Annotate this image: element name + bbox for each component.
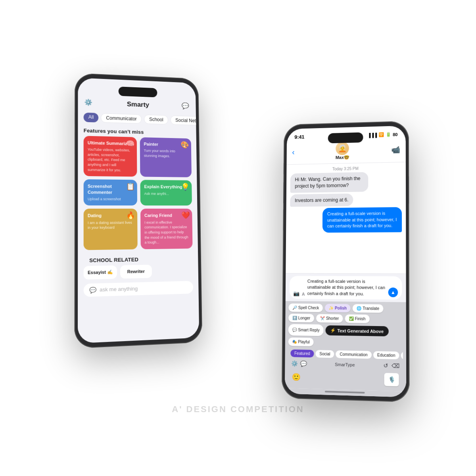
settings-icon[interactable]: ⚙️	[84, 98, 93, 107]
front-volume-up[interactable]	[282, 163, 284, 175]
smarty-app-screen: ⚙️ Smarty 💬 All Communicator School Soci…	[78, 78, 199, 343]
ai-input-icon[interactable]: A	[302, 292, 305, 296]
feature-card-screenshot[interactable]: 📋 Screenshot Commenter Upload a screensh…	[84, 179, 137, 205]
screenshot-desc: Upload a screenshot	[88, 196, 133, 202]
smarttype-chat-icon[interactable]: 💬	[300, 361, 307, 367]
status-time: 9:41	[294, 134, 304, 140]
front-power[interactable]	[409, 176, 409, 204]
screenshot-emoji: 📋	[126, 182, 135, 191]
school-card-essayist[interactable]: Essayist ✍️	[84, 265, 117, 280]
smarttype-left: ⚙️ 💬	[291, 360, 307, 367]
translate-chip[interactable]: 🌐 Translate	[353, 304, 383, 313]
sent-bubble-1: Creating a full-scale version is unattai…	[322, 207, 402, 232]
school-section: SCHOOL RELATED Essayist ✍️ Rewriter	[78, 248, 198, 280]
ask-icon: 💬	[89, 286, 96, 293]
shorter-label: Shorter	[326, 316, 339, 321]
volume-down-button[interactable]	[75, 132, 75, 154]
painter-emoji: 🎨	[180, 140, 189, 149]
feature-card-explain[interactable]: 💡 Explain Everything Ask me anythi...	[140, 180, 192, 206]
battery-icon: 🔋	[386, 132, 391, 137]
message-input-row: 📷 A Creating a full-scale version is una…	[289, 276, 402, 299]
camera-input-icon[interactable]: 📷	[293, 290, 299, 296]
smarttype-label: SmarType	[335, 362, 355, 367]
spell-check-chip[interactable]: 🔎 Spell Check	[288, 303, 323, 312]
feature-card-painter[interactable]: 🎨 Painter Turn your words into stunning …	[140, 137, 192, 177]
smarttype-right: ↺ ⌫	[384, 362, 400, 369]
longer-label: Longer	[298, 316, 311, 320]
dating-desc: I am a dating assistant lives in your ke…	[88, 220, 134, 230]
ask-bar[interactable]: 💬 ask me anything	[84, 281, 193, 297]
filter-school[interactable]: School	[144, 115, 168, 125]
keyboard-icon-1[interactable]: 🎙️	[384, 373, 399, 386]
dynamic-island-front	[328, 132, 363, 144]
message-item: Hi Mr. Wang. Can you finish the project …	[290, 171, 402, 193]
polish-chip[interactable]: ✨ Polish	[325, 304, 351, 313]
school-grid: Essayist ✍️ Rewriter	[84, 264, 193, 280]
contact-info: 🧑‍🦳 Max🤓	[336, 142, 349, 160]
feature-card-summarizer[interactable]: 🧠 Ultimate Summarizer YouTube videos, we…	[84, 136, 137, 177]
finish-chip[interactable]: ✅ Finish	[345, 315, 369, 323]
smart-reply-chip[interactable]: 💬 Smart Reply	[288, 324, 324, 336]
front-silent[interactable]	[282, 209, 284, 230]
polish-label: Polish	[335, 306, 347, 310]
explain-emoji: 💡	[181, 183, 189, 192]
filter-social[interactable]: Social Network	[171, 115, 196, 126]
send-button[interactable]: ▲	[388, 288, 398, 298]
undo-icon[interactable]: ↺	[384, 362, 388, 369]
tooltip-text: Text Generated Above	[337, 328, 384, 334]
shorter-chip[interactable]: ✂️ Shorter	[316, 314, 343, 323]
message-item: Creating a full-scale version is unattai…	[290, 207, 402, 232]
message-input-field[interactable]: Creating a full-scale version is unattai…	[307, 278, 386, 297]
painter-desc: Turn your words into stunning images.	[144, 148, 188, 159]
delete-icon[interactable]: ⌫	[392, 363, 400, 369]
chat-icon[interactable]: 💬	[182, 102, 190, 111]
rewriter-title: Rewriter	[124, 269, 148, 274]
kb-tab-education[interactable]: Education	[373, 351, 399, 359]
messages-app: 9:41 ▐▐▐ 🛜 🔋 80 ‹ 🧑‍🦳 Max🤓 📹	[285, 126, 406, 397]
phone-back: ⚙️ Smarty 💬 All Communicator School Soci…	[75, 73, 203, 349]
wifi-icon: 🛜	[378, 132, 384, 137]
power-button[interactable]	[199, 132, 201, 158]
message-input-area: 📷 A Creating a full-scale version is una…	[286, 273, 406, 302]
scene: ⚙️ Smarty 💬 All Communicator School Soci…	[60, 50, 416, 426]
kb-tab-communication[interactable]: Communication	[336, 350, 371, 359]
summarizer-desc: YouTube videos, websites, articles, scre…	[88, 147, 133, 173]
ask-bar-placeholder: ask me anything	[100, 286, 138, 293]
watermark: A' DESIGN COMPETITION	[172, 404, 304, 415]
summarizer-emoji: 🧠	[126, 139, 134, 148]
contact-avatar[interactable]: 🧑‍🦳	[336, 142, 349, 155]
kb-tab-social[interactable]: Social	[315, 350, 334, 358]
translate-label: Translate	[363, 306, 379, 311]
filter-all[interactable]: All	[84, 113, 99, 123]
front-phone-screen: 9:41 ▐▐▐ 🛜 🔋 80 ‹ 🧑‍🦳 Max🤓 📹	[285, 126, 406, 397]
school-card-rewriter[interactable]: Rewriter	[120, 265, 152, 278]
finish-label: Finish	[355, 317, 366, 321]
playful-label: Playful	[298, 340, 310, 344]
action-row-1: 🔎 Spell Check ✨ Polish 🌐 Translate	[288, 303, 403, 313]
back-button[interactable]: ‹	[292, 148, 295, 156]
kb-tab-more[interactable]: Wo...	[401, 351, 403, 360]
feature-card-dating[interactable]: 🔥 Dating I am a dating assistant lives i…	[84, 209, 138, 250]
filter-communicator[interactable]: Communicator	[101, 113, 142, 124]
emoji-button[interactable]: 🙂	[292, 372, 301, 382]
essayist-title: Essayist ✍️	[88, 269, 113, 275]
front-volume-down[interactable]	[282, 182, 284, 203]
received-bubble-1: Hi Mr. Wang. Can you finish the project …	[290, 172, 369, 193]
phone-front: 9:41 ▐▐▐ 🛜 🔋 80 ‹ 🧑‍🦳 Max🤓 📹	[282, 121, 410, 403]
keyboard-actions: 🔎 Spell Check ✨ Polish 🌐 Translate ⬆️ Lo…	[285, 301, 406, 392]
text-generated-tooltip: ⚡ Text Generated Above	[326, 325, 389, 336]
smart-reply-label: Smart Reply	[298, 328, 319, 332]
video-call-button[interactable]: 📹	[391, 145, 400, 154]
dating-emoji: 🔥	[126, 211, 135, 220]
smarttype-gear-icon[interactable]: ⚙️	[291, 360, 298, 367]
battery-level: 80	[393, 132, 397, 137]
home-indicator	[325, 391, 365, 393]
volume-up-button[interactable]	[75, 112, 75, 124]
message-list: Today 3:25 PM Hi Mr. Wang. Can you finis…	[286, 162, 406, 273]
playful-chip[interactable]: 🎭 Playful	[288, 338, 314, 346]
status-icons: ▐▐▐ 🛜 🔋 80	[368, 132, 398, 138]
feature-card-caring[interactable]: ❤️ Caring Friend I excel in effective co…	[140, 209, 193, 249]
action-row-3: 💬 Smart Reply ⚡ Text Generated Above 🎭 P…	[288, 324, 403, 348]
longer-chip[interactable]: ⬆️ Longer	[288, 314, 314, 322]
kb-tab-featured[interactable]: Featured	[290, 349, 314, 357]
